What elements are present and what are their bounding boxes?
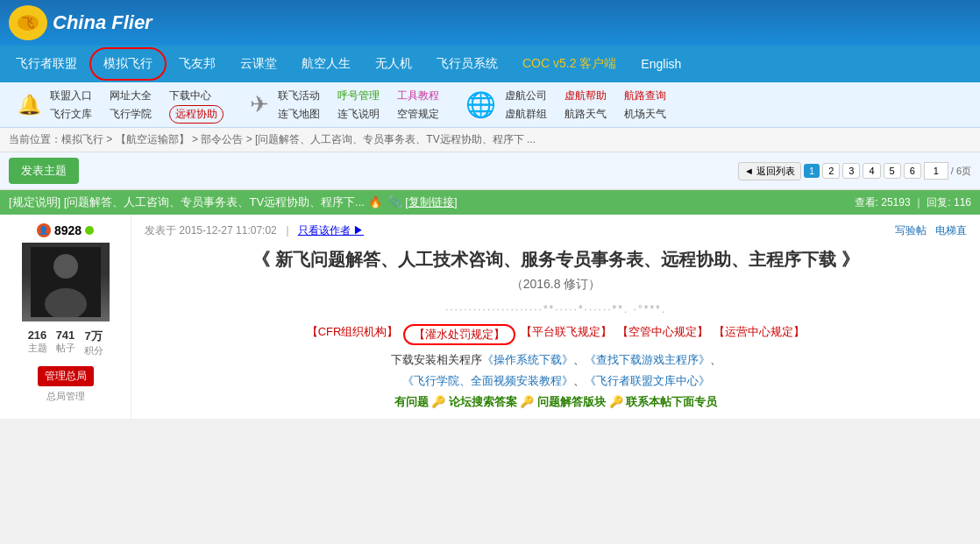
- content-area: 👤 8928 216 主题 741 帖子: [0, 215, 980, 420]
- sub-nav-col6: 工具教程 空管规定: [397, 87, 439, 124]
- header: 飞 China Flier: [0, 0, 980, 46]
- sub-nav-kongguan[interactable]: 空管规定: [397, 105, 439, 124]
- write-verify-link[interactable]: 写验帖: [895, 223, 927, 238]
- sub-nav-lianfei-ditu[interactable]: 连飞地图: [278, 105, 320, 124]
- sub-nav-yuancheng[interactable]: 远程协助: [169, 105, 224, 124]
- sub-nav-col3: 下载中心 远程协助: [169, 87, 224, 124]
- stat-score-num: 7万: [84, 329, 102, 344]
- post-meta: 发表于 2015-12-27 11:07:02 ｜ 只看该作者 ▶ 写验帖 电梯…: [145, 223, 967, 238]
- main-nav: 飞行者联盟 模拟飞行 飞友邦 云课堂 航空人生 无人机 飞行员系统 COC v5…: [0, 46, 980, 82]
- page-2-button[interactable]: 2: [822, 163, 840, 179]
- bottom-text: 有问题 🔑 论坛搜索答案 🔑 问题解答版块 🔑 联系本帖下面专员: [145, 394, 967, 410]
- svg-point-4: [53, 254, 78, 279]
- sub-nav-col1: 联盟入口 飞行文库: [50, 87, 92, 124]
- avatar-image: [22, 243, 110, 321]
- sub-nav-wangzhi[interactable]: 网址大全: [110, 87, 152, 105]
- sub-nav-lianmeng-rukou[interactable]: 联盟入口: [50, 87, 92, 105]
- logo-emblem: 飞: [9, 5, 47, 40]
- nav-item-lianmeng[interactable]: 飞行者联盟: [4, 49, 89, 79]
- admin-badge: 管理总局: [38, 366, 94, 386]
- post-meta-right: 写验帖 电梯直: [895, 223, 967, 238]
- breadcrumb-text: 当前位置：模拟飞行 > 【航空运输部】 > 部令公告 > [问题解答、人工咨询、…: [9, 133, 536, 145]
- sub-nav-col5: 呼号管理 连飞说明: [337, 87, 380, 124]
- pingtai-link[interactable]: 【平台联飞规定】: [521, 324, 612, 345]
- sub-nav-hanglu-tianqi[interactable]: 航路天气: [565, 105, 607, 124]
- sub-nav-xuhang-bangzhu[interactable]: 虚航帮助: [565, 87, 607, 105]
- nav-item-moni[interactable]: 模拟飞行: [89, 47, 167, 81]
- sub-nav-lianfei-huodong[interactable]: 联飞活动: [278, 87, 320, 105]
- sub-nav-col7: 虚航公司 虚航群组: [505, 87, 547, 124]
- nav-item-wurenj[interactable]: 无人机: [363, 49, 424, 79]
- plane-icon: ✈: [250, 91, 269, 118]
- sub-nav-gongju[interactable]: 工具教程: [397, 87, 439, 105]
- yunying-link[interactable]: 【运营中心规定】: [714, 324, 805, 345]
- nav-item-english[interactable]: English: [628, 50, 693, 78]
- nav-item-yunketang[interactable]: 云课堂: [228, 49, 289, 79]
- thread-stats: 查看: 25193 ｜ 回复: 116: [855, 195, 971, 210]
- user-icon: 👤: [37, 223, 51, 237]
- page-1-button[interactable]: 1: [804, 164, 820, 178]
- page-input[interactable]: [924, 162, 948, 180]
- page-5-button[interactable]: 5: [884, 163, 901, 179]
- post-meta-left: 发表于 2015-12-27 11:07:02 ｜ 只看该作者 ▶: [145, 223, 364, 238]
- sub-nav-lianfei-shuoming[interactable]: 连飞说明: [337, 105, 380, 124]
- stat-posts: 216 主题: [28, 329, 47, 357]
- logo-text: China Flier: [53, 11, 153, 34]
- breadcrumb: 当前位置：模拟飞行 > 【航空运输部】 > 部令公告 > [问题解答、人工咨询、…: [0, 128, 980, 152]
- elevator-link[interactable]: 电梯直: [935, 223, 967, 238]
- stat-posts-num: 216: [28, 329, 47, 342]
- forum-search-link[interactable]: 论坛搜索答案: [449, 395, 517, 408]
- links-row: 【CFR组织机构】 【灌水处罚规定】 【平台联飞规定】 【空管中心规定】 【运营…: [145, 324, 967, 345]
- thread-title-bar: [规定说明] [问题解答、人工咨询、专员事务表、TV远程协助、程序下... 🔥 …: [0, 190, 980, 215]
- post-separator: ｜: [282, 223, 293, 238]
- logo-area: 飞 China Flier: [9, 5, 153, 40]
- sub-nav-col2: 网址大全 飞行学院: [110, 87, 152, 124]
- page-total: / 6页: [951, 165, 971, 178]
- game-main-link[interactable]: 《查找下载游戏主程序》: [585, 353, 710, 366]
- user-id-row: 👤 8928: [37, 223, 94, 237]
- show-only-author-link[interactable]: 只看该作者 ▶: [298, 223, 364, 238]
- sub-nav-xuhang-qunzu[interactable]: 虚航群组: [505, 105, 547, 124]
- sub-nav-feixing-xueyuan[interactable]: 飞行学院: [110, 105, 152, 124]
- back-to-list-button[interactable]: ◄ 返回列表: [738, 162, 801, 180]
- user-stats: 216 主题 741 帖子 7万 积分: [28, 329, 103, 357]
- page-4-button[interactable]: 4: [863, 163, 880, 179]
- sub-nav-jichang-tianqi[interactable]: 机场天气: [624, 105, 666, 124]
- nav-item-hankongren[interactable]: 航空人生: [289, 49, 363, 79]
- user-panel: 👤 8928 216 主题 741 帖子: [0, 215, 131, 419]
- stat-threads: 741 帖子: [56, 329, 75, 357]
- copy-link[interactable]: [复制链接]: [405, 195, 457, 208]
- dots-line: ·····················**·····*······**. ·…: [145, 303, 967, 315]
- stat-score-label: 积分: [84, 344, 103, 357]
- stat-posts-label: 主题: [28, 342, 47, 355]
- wenku-link[interactable]: 《飞行者联盟文库中心》: [585, 374, 710, 387]
- page-6-button[interactable]: 6: [904, 163, 921, 179]
- os-download-link[interactable]: 《操作系统下载》: [482, 353, 573, 366]
- avatar: [22, 243, 110, 321]
- online-indicator: [85, 226, 94, 235]
- post-content: 发表于 2015-12-27 11:07:02 ｜ 只看该作者 ▶ 写验帖 电梯…: [131, 215, 980, 419]
- sub-nav: 🔔 联盟入口 飞行文库 网址大全 飞行学院 下载中心 远程协助 ✈ 联飞活动 连…: [0, 82, 980, 128]
- academy-video-link[interactable]: 《飞行学院、全面视频安装教程》: [402, 374, 573, 387]
- nav-item-feixing[interactable]: 飞行员系统: [424, 49, 510, 79]
- sub-nav-col4: 联飞活动 连飞地图: [278, 87, 320, 124]
- sub-nav-feixing-wenku[interactable]: 飞行文库: [50, 105, 92, 124]
- sub-nav-col9: 航路查询 机场天气: [624, 87, 666, 124]
- article-title: 《 新飞问题解答、人工技术咨询、服务专员事务表、远程协助、主程序下载 》: [145, 247, 967, 272]
- kongguan-link[interactable]: 【空管中心规定】: [617, 324, 708, 345]
- nav-item-coc[interactable]: COC v5.2 客户端: [510, 49, 628, 79]
- sub-nav-xiazai[interactable]: 下载中心: [169, 87, 224, 105]
- nav-item-feiyoubang[interactable]: 飞友邦: [167, 49, 228, 79]
- guanshui-link[interactable]: 【灌水处罚规定】: [403, 324, 515, 345]
- sub-nav-hanglu-chaxun[interactable]: 航路查询: [624, 87, 666, 105]
- dl-links-2: 《飞行学院、全面视频安装教程》、《飞行者联盟文库中心》: [145, 373, 967, 389]
- page-3-button[interactable]: 3: [842, 163, 860, 179]
- qa-board-link[interactable]: 问题解答版块: [537, 395, 606, 408]
- stat-threads-label: 帖子: [56, 342, 75, 355]
- sub-nav-xuhang-gongsi[interactable]: 虚航公司: [505, 87, 547, 105]
- sub-nav-huhao[interactable]: 呼号管理: [337, 87, 380, 105]
- reply-count: 116: [954, 196, 971, 208]
- cfr-org-link[interactable]: 【CFR组织机构】: [307, 324, 399, 345]
- post-topic-button[interactable]: 发表主题: [9, 158, 79, 184]
- thread-title: [规定说明] [问题解答、人工咨询、专员事务表、TV远程协助、程序下... 🔥 …: [9, 194, 458, 210]
